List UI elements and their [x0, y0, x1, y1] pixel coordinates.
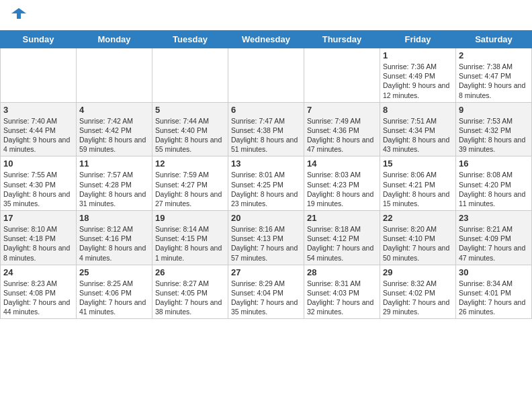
day-info: Sunrise: 8:18 AM Sunset: 4:12 PM Dayligh…	[307, 224, 377, 263]
day-number: 11	[79, 158, 149, 169]
calendar-week-row: 24Sunrise: 8:23 AM Sunset: 4:08 PM Dayli…	[1, 265, 532, 319]
calendar-cell: 8Sunrise: 7:51 AM Sunset: 4:34 PM Daylig…	[380, 102, 456, 156]
day-info: Sunrise: 7:55 AM Sunset: 4:30 PM Dayligh…	[3, 170, 73, 208]
day-number: 21	[307, 213, 377, 223]
calendar-cell: 19Sunrise: 8:14 AM Sunset: 4:15 PM Dayli…	[152, 211, 228, 265]
day-info: Sunrise: 8:12 AM Sunset: 4:16 PM Dayligh…	[79, 224, 149, 263]
calendar-cell: 11Sunrise: 7:57 AM Sunset: 4:28 PM Dayli…	[77, 156, 152, 211]
calendar-cell	[304, 48, 380, 103]
day-number: 23	[459, 213, 529, 223]
calendar-cell: 1Sunrise: 7:36 AM Sunset: 4:49 PM Daylig…	[380, 48, 456, 103]
calendar-cell: 13Sunrise: 8:01 AM Sunset: 4:25 PM Dayli…	[228, 156, 304, 211]
calendar-cell: 20Sunrise: 8:16 AM Sunset: 4:13 PM Dayli…	[228, 211, 304, 265]
day-number: 12	[155, 158, 225, 169]
calendar-week-row: 10Sunrise: 7:55 AM Sunset: 4:30 PM Dayli…	[1, 156, 532, 211]
day-number: 15	[383, 158, 453, 169]
calendar-cell: 30Sunrise: 8:34 AM Sunset: 4:01 PM Dayli…	[456, 265, 532, 319]
calendar-cell: 27Sunrise: 8:29 AM Sunset: 4:04 PM Dayli…	[228, 265, 304, 319]
day-number: 9	[459, 105, 529, 115]
subtitle	[0, 25, 532, 30]
day-info: Sunrise: 7:38 AM Sunset: 4:47 PM Dayligh…	[459, 62, 529, 100]
day-info: Sunrise: 7:53 AM Sunset: 4:32 PM Dayligh…	[459, 116, 529, 154]
day-number: 1	[383, 50, 453, 60]
calendar-cell: 29Sunrise: 8:32 AM Sunset: 4:02 PM Dayli…	[380, 265, 456, 319]
day-info: Sunrise: 8:23 AM Sunset: 4:08 PM Dayligh…	[3, 279, 73, 317]
day-number: 17	[3, 213, 73, 223]
calendar-cell	[1, 48, 77, 103]
calendar-cell: 23Sunrise: 8:21 AM Sunset: 4:09 PM Dayli…	[456, 211, 532, 265]
calendar-table: SundayMondayTuesdayWednesdayThursdayFrid…	[0, 30, 532, 319]
day-info: Sunrise: 7:42 AM Sunset: 4:42 PM Dayligh…	[79, 116, 149, 154]
day-info: Sunrise: 8:32 AM Sunset: 4:02 PM Dayligh…	[383, 279, 453, 317]
day-number: 25	[79, 267, 149, 277]
day-info: Sunrise: 8:10 AM Sunset: 4:18 PM Dayligh…	[3, 224, 73, 263]
calendar-day-header: Wednesday	[228, 31, 304, 48]
day-number: 20	[231, 213, 301, 223]
calendar-header-row: SundayMondayTuesdayWednesdayThursdayFrid…	[1, 31, 532, 48]
day-info: Sunrise: 8:01 AM Sunset: 4:25 PM Dayligh…	[231, 170, 301, 208]
day-number: 7	[307, 105, 377, 115]
day-info: Sunrise: 7:59 AM Sunset: 4:27 PM Dayligh…	[155, 170, 225, 208]
day-number: 18	[79, 213, 149, 223]
calendar-cell: 17Sunrise: 8:10 AM Sunset: 4:18 PM Dayli…	[1, 211, 77, 265]
calendar-day-header: Tuesday	[152, 31, 228, 48]
calendar-cell: 28Sunrise: 8:31 AM Sunset: 4:03 PM Dayli…	[304, 265, 380, 319]
calendar-day-header: Saturday	[456, 31, 532, 48]
day-number: 29	[383, 267, 453, 277]
day-number: 8	[383, 105, 453, 115]
day-info: Sunrise: 8:20 AM Sunset: 4:10 PM Dayligh…	[383, 224, 453, 263]
day-number: 16	[459, 158, 529, 169]
calendar-cell: 2Sunrise: 7:38 AM Sunset: 4:47 PM Daylig…	[456, 48, 532, 103]
day-info: Sunrise: 8:29 AM Sunset: 4:04 PM Dayligh…	[231, 279, 301, 317]
day-number: 19	[155, 213, 225, 223]
calendar-cell: 3Sunrise: 7:40 AM Sunset: 4:44 PM Daylig…	[1, 102, 77, 156]
calendar-day-header: Sunday	[1, 31, 77, 48]
calendar-cell	[152, 48, 228, 103]
calendar-cell: 16Sunrise: 8:08 AM Sunset: 4:20 PM Dayli…	[456, 156, 532, 211]
day-info: Sunrise: 8:03 AM Sunset: 4:23 PM Dayligh…	[307, 170, 377, 208]
day-number: 22	[383, 213, 453, 223]
day-number: 24	[3, 267, 73, 277]
calendar-day-header: Monday	[77, 31, 152, 48]
calendar-cell: 9Sunrise: 7:53 AM Sunset: 4:32 PM Daylig…	[456, 102, 532, 156]
calendar-week-row: 3Sunrise: 7:40 AM Sunset: 4:44 PM Daylig…	[1, 102, 532, 156]
calendar-cell: 18Sunrise: 8:12 AM Sunset: 4:16 PM Dayli…	[77, 211, 152, 265]
svg-marker-0	[11, 8, 26, 19]
day-number: 5	[155, 105, 225, 115]
day-number: 30	[459, 267, 529, 277]
day-info: Sunrise: 7:44 AM Sunset: 4:40 PM Dayligh…	[155, 116, 225, 154]
day-number: 27	[231, 267, 301, 277]
day-number: 28	[307, 267, 377, 277]
calendar-day-header: Thursday	[304, 31, 380, 48]
logo	[10, 7, 26, 21]
day-number: 13	[231, 158, 301, 169]
day-info: Sunrise: 8:34 AM Sunset: 4:01 PM Dayligh…	[459, 279, 529, 317]
calendar-cell: 26Sunrise: 8:27 AM Sunset: 4:05 PM Dayli…	[152, 265, 228, 319]
day-info: Sunrise: 7:40 AM Sunset: 4:44 PM Dayligh…	[3, 116, 73, 154]
day-info: Sunrise: 7:51 AM Sunset: 4:34 PM Dayligh…	[383, 116, 453, 154]
calendar-day-header: Friday	[380, 31, 456, 48]
day-info: Sunrise: 8:25 AM Sunset: 4:06 PM Dayligh…	[79, 279, 149, 317]
calendar-cell: 15Sunrise: 8:06 AM Sunset: 4:21 PM Dayli…	[380, 156, 456, 211]
calendar-week-row: 17Sunrise: 8:10 AM Sunset: 4:18 PM Dayli…	[1, 211, 532, 265]
day-info: Sunrise: 7:57 AM Sunset: 4:28 PM Dayligh…	[79, 170, 149, 208]
day-info: Sunrise: 8:27 AM Sunset: 4:05 PM Dayligh…	[155, 279, 225, 317]
calendar-cell: 24Sunrise: 8:23 AM Sunset: 4:08 PM Dayli…	[1, 265, 77, 319]
calendar-cell: 5Sunrise: 7:44 AM Sunset: 4:40 PM Daylig…	[152, 102, 228, 156]
calendar-body: 1Sunrise: 7:36 AM Sunset: 4:49 PM Daylig…	[1, 48, 532, 319]
day-info: Sunrise: 8:06 AM Sunset: 4:21 PM Dayligh…	[383, 170, 453, 208]
calendar-cell	[228, 48, 304, 103]
day-info: Sunrise: 7:47 AM Sunset: 4:38 PM Dayligh…	[231, 116, 301, 154]
day-info: Sunrise: 8:08 AM Sunset: 4:20 PM Dayligh…	[459, 170, 529, 208]
calendar-cell	[77, 48, 152, 103]
day-info: Sunrise: 8:14 AM Sunset: 4:15 PM Dayligh…	[155, 224, 225, 263]
day-number: 2	[459, 50, 529, 60]
day-info: Sunrise: 8:16 AM Sunset: 4:13 PM Dayligh…	[231, 224, 301, 263]
calendar-cell: 12Sunrise: 7:59 AM Sunset: 4:27 PM Dayli…	[152, 156, 228, 211]
calendar-cell: 7Sunrise: 7:49 AM Sunset: 4:36 PM Daylig…	[304, 102, 380, 156]
day-info: Sunrise: 8:21 AM Sunset: 4:09 PM Dayligh…	[459, 224, 529, 263]
calendar-cell: 25Sunrise: 8:25 AM Sunset: 4:06 PM Dayli…	[77, 265, 152, 319]
calendar-cell: 10Sunrise: 7:55 AM Sunset: 4:30 PM Dayli…	[1, 156, 77, 211]
calendar-cell: 21Sunrise: 8:18 AM Sunset: 4:12 PM Dayli…	[304, 211, 380, 265]
day-number: 10	[3, 158, 73, 169]
